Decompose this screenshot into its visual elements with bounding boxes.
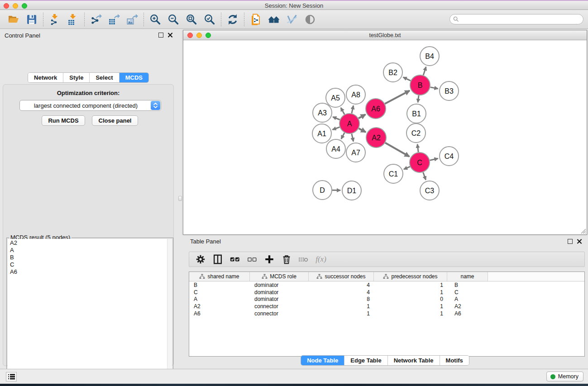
run-mcds-button[interactable]: Run MCDS [42, 115, 85, 126]
import-table-icon[interactable] [64, 12, 82, 27]
graph-edge-C-C2[interactable] [417, 144, 418, 152]
add-column-icon[interactable] [262, 253, 277, 266]
graph-node-B4[interactable]: B4 [420, 47, 439, 66]
graph-edge-A6-B[interactable] [385, 91, 410, 104]
tab-select[interactable]: Select [89, 73, 119, 82]
graph-node-A1[interactable]: A1 [312, 124, 331, 143]
graph-edge-C-C1[interactable] [404, 167, 410, 169]
vertical-splitter-handle[interactable] [178, 196, 182, 201]
graph-node-A4[interactable]: A4 [326, 139, 345, 158]
graph-node-B3[interactable]: B3 [440, 81, 459, 100]
graph-edge-A-A2[interactable] [359, 129, 366, 132]
graph-node-D1[interactable]: D1 [342, 181, 361, 200]
column-header-shared-name[interactable]: shared name [189, 272, 250, 281]
graph-edge-A-A7[interactable] [352, 134, 354, 142]
float-table-panel-icon[interactable] [568, 239, 573, 244]
graph-edge-A-A5[interactable] [341, 108, 344, 114]
column-header-predecessor-nodes[interactable]: predecessor nodes [374, 272, 447, 281]
graph-node-A3[interactable]: A3 [313, 103, 332, 122]
node-table[interactable]: shared nameMCDS rolesuccessor nodesprede… [189, 272, 585, 357]
tab-node-table[interactable]: Node Table [301, 356, 344, 365]
select-all-rows-icon[interactable] [227, 253, 243, 266]
zoom-out-icon[interactable] [164, 12, 182, 27]
memory-button[interactable]: Memory [546, 372, 583, 381]
close-table-panel-icon[interactable] [577, 238, 582, 244]
result-list-scrollbar[interactable] [167, 239, 172, 386]
export-image-icon[interactable] [123, 12, 141, 27]
graph-edge-B-B4[interactable] [423, 67, 426, 75]
result-list-item[interactable]: A6 [8, 268, 172, 275]
graph-node-C2[interactable]: C2 [406, 124, 425, 143]
zoom-fit-icon[interactable] [182, 12, 201, 27]
tab-network[interactable]: Network [28, 73, 63, 82]
graph-node-C4[interactable]: C4 [440, 147, 459, 166]
table-row[interactable]: A2connector11A2 [189, 303, 584, 310]
graph-node-C[interactable]: C [410, 152, 430, 172]
result-list-item[interactable]: A2 [8, 239, 172, 246]
search-input[interactable] [459, 15, 583, 24]
graph-node-A7[interactable]: A7 [346, 143, 365, 162]
graph-node-B2[interactable]: B2 [383, 63, 402, 82]
graph-node-A8[interactable]: A8 [346, 85, 365, 104]
export-table-icon[interactable] [105, 12, 123, 27]
graph-edge-A-A4[interactable] [341, 133, 344, 139]
close-panel-icon[interactable] [167, 32, 173, 38]
tab-edge-table[interactable]: Edge Table [344, 356, 387, 365]
graph-edge-A2-C[interactable] [385, 143, 409, 157]
tab-motifs[interactable]: Motifs [440, 356, 469, 365]
window-resize-grip[interactable] [580, 228, 586, 234]
graph-node-C3[interactable]: C3 [420, 181, 439, 200]
criterion-dropdown[interactable]: largest connected component (directed) [19, 100, 161, 111]
graph-node-A6[interactable]: A6 [366, 99, 386, 119]
result-list-item[interactable]: B [8, 253, 172, 261]
graph-edge-A-A8[interactable] [352, 105, 354, 113]
table-row[interactable]: A6connector11A6 [189, 310, 584, 317]
graph-edge-B-B2[interactable] [403, 77, 411, 81]
graph-edge-A-A6[interactable] [359, 114, 365, 119]
zoom-in-icon[interactable] [146, 12, 164, 27]
show-columns-icon[interactable] [210, 253, 225, 266]
graph-node-C1[interactable]: C1 [384, 164, 403, 183]
close-panel-button[interactable]: Close panel [92, 115, 138, 126]
graph-node-A2[interactable]: A2 [366, 128, 386, 148]
network-from-file-icon[interactable] [247, 12, 265, 27]
graph-edge-C-C4[interactable] [430, 158, 438, 160]
zoom-selected-icon[interactable] [201, 12, 219, 27]
export-network-icon[interactable] [87, 12, 105, 27]
float-panel-icon[interactable] [158, 33, 163, 38]
graph-edge-B-B1[interactable] [418, 95, 419, 102]
mcds-result-list[interactable]: A2ABCA6 [8, 239, 172, 386]
delete-columns-icon[interactable] [279, 253, 294, 266]
refresh-view-icon[interactable] [224, 12, 242, 27]
table-settings-icon[interactable] [193, 253, 208, 266]
home-view-icon[interactable] [265, 12, 283, 27]
table-row[interactable]: Bdominator41B [189, 281, 584, 289]
graph-node-A5[interactable]: A5 [326, 88, 345, 107]
unselect-all-rows-icon[interactable] [244, 253, 260, 266]
show-hide-panel-icon[interactable] [301, 12, 319, 27]
graph-node-B[interactable]: B [410, 75, 430, 95]
tab-mcds[interactable]: MCDS [119, 73, 148, 82]
result-list-item[interactable]: A [8, 246, 172, 253]
graph-node-B1[interactable]: B1 [407, 104, 426, 123]
tab-network-table[interactable]: Network Table [387, 356, 440, 365]
graph-edge-C-C3[interactable] [423, 172, 426, 180]
open-file-icon[interactable] [5, 12, 23, 27]
column-header-mcds-role[interactable]: MCDS role [250, 272, 309, 281]
graph-node-A[interactable]: A [339, 114, 359, 133]
graph-edge-B-B3[interactable] [430, 87, 438, 89]
task-history-button[interactable] [6, 372, 17, 381]
result-list-item[interactable]: C [8, 261, 172, 268]
column-header-successor-nodes[interactable]: successor nodes [309, 272, 374, 281]
table-row[interactable]: Cdominator41C [189, 289, 584, 296]
graph-edge-A-A1[interactable] [333, 127, 340, 130]
column-header-name[interactable]: name [447, 272, 488, 281]
import-network-icon[interactable] [46, 12, 64, 27]
save-session-icon[interactable] [23, 12, 41, 27]
network-graph[interactable]: B4B2BB3A8A5A6A3B1AC2A1A2A4A7C4CC1DC3D1 [183, 41, 587, 234]
tab-style[interactable]: Style [63, 73, 89, 82]
graph-edge-A-A3[interactable] [333, 117, 339, 119]
toggle-graphics-details-icon[interactable] [283, 12, 301, 27]
network-canvas[interactable]: B4B2BB3A8A5A6A3B1AC2A1A2A4A7C4CC1DC3D1 [183, 41, 587, 234]
table-row[interactable]: Adominator80A [189, 296, 584, 303]
